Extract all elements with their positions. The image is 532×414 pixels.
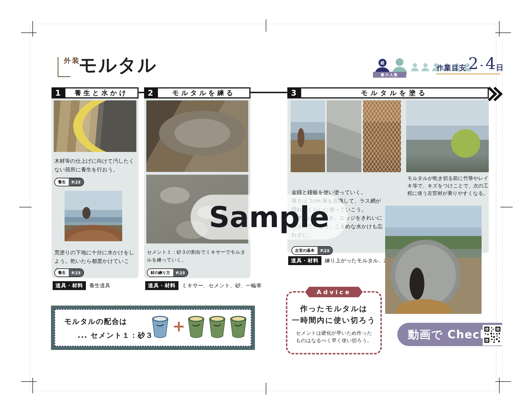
photo-masking-tape-on-wood [54, 100, 136, 152]
tools-value: ミキサー、セメント、砂、一輪車 [182, 282, 262, 289]
advice-badge: Advice [305, 287, 363, 297]
step3-number: 3 [287, 87, 300, 98]
step1-number: 1 [52, 87, 64, 98]
sample-watermark: Sample [191, 195, 347, 240]
photo-finished-mortar-dome [385, 206, 482, 314]
tag-label: 養生 [55, 269, 69, 276]
crop-mark [32, 21, 33, 37]
tag-label: 左官の基本 [292, 247, 318, 254]
ratio-line1: モルタルの配合は [64, 317, 127, 326]
small-person-icon [411, 63, 419, 71]
step3-tag: 左官の基本 P.23 [291, 246, 333, 255]
photo-watering-mortar-base [65, 191, 122, 241]
crop-mark [495, 32, 511, 33]
plus-icon: + [172, 318, 185, 334]
duration-to: 4 [485, 55, 496, 72]
tag-page-ref: P.23 [173, 269, 188, 276]
tools-label: 道具・材料 [145, 281, 178, 290]
photo-mixing-mortar-in-wheelbarrow [146, 100, 248, 172]
ratio-line2: ... セメント１：砂３ [78, 331, 153, 340]
page-category: 外装 [64, 56, 80, 65]
photo-mortar-surface-closeup [327, 100, 361, 172]
duration-from: 2 [468, 55, 479, 72]
crop-mark [21, 32, 37, 33]
title-corner-rule [58, 57, 58, 77]
photo-lath-mesh-on-earth-wall [363, 100, 401, 172]
sand-bucket-icon [208, 312, 227, 343]
advice-heading-line1: 作ったモルタルは [287, 304, 380, 314]
photo-plastering-dome-top [406, 100, 489, 172]
tag-label: 材の練り方 [147, 269, 173, 276]
experienced-person-icon: 経 [375, 59, 390, 72]
sand-bucket-icon [229, 312, 248, 343]
double-chevron-icon [487, 86, 503, 102]
step2-tools: 道具・材料 ミキサー、セメント、砂、一輪車 [145, 281, 262, 290]
advice-heading-line2: 一時間内に使い切ろう [287, 315, 380, 325]
crop-mark [499, 21, 500, 37]
cement-bucket-icon [151, 312, 170, 343]
crop-mark [495, 381, 511, 382]
sand-bucket-icon [187, 312, 206, 343]
step1-title: 養生と水かけ [64, 87, 139, 98]
crop-mark [19, 207, 32, 207]
person-icon [392, 58, 407, 72]
step1-box: 1 養生と水かけ 木材等の仕上げに向けて汚したくない箇所に養生を行おう。 養生 … [52, 87, 139, 278]
step2-title: モルタルを練る [157, 87, 250, 98]
step-connector [249, 92, 288, 93]
step1-tag-2: 養生 P.23 [54, 268, 84, 277]
step1-tools: 道具・材料 養生道具 [53, 281, 110, 290]
crop-mark [499, 378, 500, 393]
step1-text-1: 木材等の仕上げに向けて汚したくない箇所に養生を行おう。 [54, 157, 137, 174]
crop-mark [500, 207, 513, 207]
step2-text: セメント１：砂３の割合でミキサーでモルタルを練っていく。 [147, 248, 249, 264]
title-corner-rule [58, 76, 70, 77]
duration-unit: 日 [496, 63, 503, 73]
page-title: モルタル [79, 56, 157, 74]
step2-tag: 材の練り方 P.23 [147, 268, 188, 277]
crop-mark [266, 19, 266, 32]
experience-badge: 経 [378, 59, 387, 67]
crop-mark [32, 378, 33, 393]
duration-separator: - [480, 61, 484, 69]
step2-number: 2 [144, 87, 157, 98]
tag-page-ref: P.23 [69, 269, 83, 276]
watermark-text: Sample [209, 200, 329, 234]
step3-caption: モルタルが乾き切る前に竹箒やレイキ等で、キズをつけことで、次の工程に使う左官材が… [407, 174, 489, 197]
min-people-badge: 最小人数 [373, 72, 406, 78]
step2-header: 2 モルタルを練る [144, 87, 250, 98]
tag-page-ref: P.23 [318, 247, 332, 254]
advice-box: Advice 作ったモルタルは 一時間内に使い切ろう セメントは硬化が早いため作… [286, 291, 382, 354]
advice-body: セメントは硬化が早いため作ったものはなるべく早く使い切ろう。 [287, 329, 380, 344]
manual-page: 外装 モルタル 経 最小人数 作業目安 2 - 4 日 1 養生と水かけ 木材等… [0, 0, 532, 414]
tools-label: 道具・材料 [288, 256, 321, 265]
qr-code-icon [483, 325, 502, 346]
tools-value: 養生道具 [89, 282, 110, 289]
step3-header: 3 モルタルを塗る [287, 87, 489, 98]
small-person-icon [421, 63, 429, 71]
tag-label: 養生 [55, 178, 69, 186]
tag-page-ref: P.23 [69, 178, 83, 186]
step3-title: モルタルを塗る [300, 87, 489, 98]
step2-box: 2 モルタルを練る セメント１：砂３の割合でミキサーでモルタルを練っていく。 材… [144, 87, 250, 278]
photo-troweling-dome [291, 100, 325, 172]
step1-header: 1 養生と水かけ [52, 87, 139, 98]
duration-label: 作業目安 [437, 63, 467, 72]
tools-label: 道具・材料 [53, 281, 86, 290]
mix-ratio-box: モルタルの配合は ... セメント１：砂３ + [51, 306, 255, 350]
crop-mark [21, 381, 37, 382]
duration-underline [436, 73, 500, 75]
video-check-label: 動画で Check! [408, 327, 493, 342]
crop-mark [266, 383, 266, 395]
step1-tag-1: 養生 P.23 [54, 178, 84, 186]
